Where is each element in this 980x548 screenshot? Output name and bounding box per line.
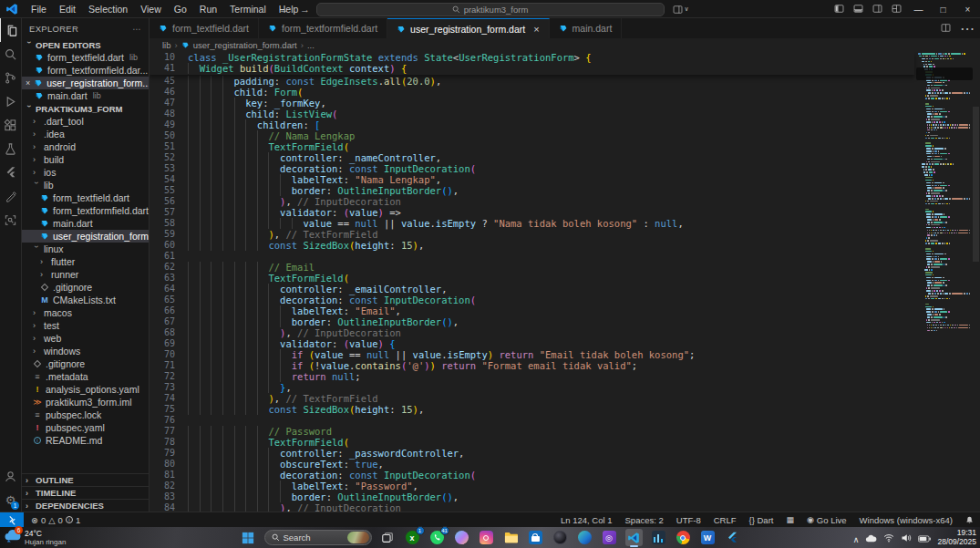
toggle-secondary-sidebar-icon[interactable] [868,4,887,16]
taskbar-chrome-icon[interactable] [675,529,692,546]
source-control-icon[interactable] [0,66,21,89]
code-line[interactable]: 75const SizedBox(height: 15), [150,404,914,415]
code-line[interactable]: 52controller: _nameController, [150,152,914,163]
search-icon[interactable] [0,42,21,66]
tree-item-pubspec.lock[interactable]: ≡pubspec.lock [22,408,149,421]
tree-item-macos[interactable]: ›macos [22,306,149,319]
code-line[interactable]: 78TextFormField( [150,437,914,448]
code-line[interactable]: 80obscureText: true, [150,459,914,470]
tree-item-ios[interactable]: ›ios [22,166,149,179]
command-center-search[interactable]: praktikum3_form [316,3,665,16]
code-line[interactable]: 77// Password [150,426,914,437]
taskbar-task-view-icon[interactable] [379,529,397,546]
tab-main.dart[interactable]: main.dart [550,18,623,38]
taskbar-xbox-icon[interactable]: x1 [404,529,421,546]
code-line[interactable]: 48child: ListView( [150,109,914,119]
tree-item-CMakeLists.txt[interactable]: MCMakeLists.txt [22,294,149,306]
taskbar-word-icon[interactable]: W [699,529,717,546]
tray-onedrive-icon[interactable] [865,530,877,546]
code-line[interactable]: 57validator: (value) => [150,207,914,218]
tree-item-user_registration_form.dart[interactable]: user_registration_form.dart [22,230,149,243]
tree-item-linux[interactable]: ›linux [22,243,149,255]
taskbar-copilot-icon[interactable] [453,529,470,546]
toggle-sidebar-icon[interactable] [830,4,849,16]
code-line[interactable]: 55border: OutlineInputBorder(), [150,185,914,196]
tree-item-main.dart[interactable]: main.dart [22,217,149,230]
menu-selection[interactable]: Selection [82,4,134,15]
close-icon[interactable]: × [533,24,539,35]
code-line[interactable]: 62// Email [150,262,914,273]
testing-icon[interactable] [0,137,21,160]
code-line[interactable]: 84), // InputDecoration [150,502,914,512]
weather-widget[interactable]: 6 24°C Hujan ringan [4,529,66,546]
taskbar-task-manager-icon[interactable] [650,529,667,546]
open-editor-form_textformfield.dar...[interactable]: form_textformfield.dar... [22,64,149,77]
tray-clock[interactable]: 19:3128/09/2025 [937,529,976,546]
code-line[interactable]: 41Widget build(BuildContext context) { [150,63,914,74]
explorer-icon[interactable] [0,18,21,42]
minimap[interactable] [918,53,971,512]
tray-wifi-icon[interactable] [883,530,894,546]
panel-dependencies[interactable]: ›DEPENDENCIES [22,499,149,512]
tray-volume-icon[interactable] [901,530,912,546]
code-line[interactable]: 49children: [ [150,119,914,130]
panel-timeline[interactable]: ›TIMELINE [22,486,149,499]
code-line[interactable]: 61 [150,251,914,262]
code-line[interactable]: 66labelText: "Email", [150,305,914,316]
code-line[interactable]: 79controller: _passwordController, [150,448,914,459]
status-crlf[interactable]: CRLF [707,515,743,525]
menu-edit[interactable]: Edit [53,4,82,15]
code-line[interactable]: 70if (value == null || value.isEmpty) re… [150,349,914,360]
maximize-button[interactable]: □ [931,0,955,18]
breadcrumb-item[interactable]: user_registration_form.dart [193,40,297,50]
remote-indicator[interactable] [0,512,24,527]
tree-item-form_textfield.dart[interactable]: form_textfield.dart [22,191,149,204]
problems-indicator[interactable]: ⊗0 △0 i1 [24,515,88,525]
toggle-panel-icon[interactable] [849,4,868,16]
tab-user_registration_form.dart[interactable]: user_registration_form.dart× [387,18,550,38]
menu-go[interactable]: Go [168,4,193,15]
taskbar-purple-app-icon[interactable]: ◎ [601,529,618,546]
code-line[interactable]: 54labelText: "Nama Lengkap", [150,174,914,185]
close-button[interactable]: × [955,0,980,18]
minimize-button[interactable]: — [906,0,931,18]
code-line[interactable]: 65decoration: const InputDecoration( [150,295,914,305]
breadcrumb-item[interactable]: ... [307,40,315,50]
status-windows-windows-x64-[interactable]: Windows (windows-x64) [853,515,959,525]
more-actions-icon[interactable]: ⋯ [960,20,975,37]
taskbar-start-icon[interactable] [240,529,257,546]
tab-form_textformfield.dart[interactable]: form_textformfield.dart [259,18,387,38]
code-line[interactable]: 68), // InputDecoration [150,327,914,338]
code-line[interactable]: 59), // TextFormField [150,229,914,240]
extensions-icon[interactable] [0,113,21,137]
menu-view[interactable]: View [134,4,168,15]
tray-battery-icon[interactable] [918,530,931,546]
code-line[interactable]: 46child: Form( [150,87,914,98]
status-bell[interactable] [959,516,980,524]
account-icon[interactable] [0,464,21,488]
code-line[interactable]: 63TextFormField( [150,273,914,284]
tree-item-test[interactable]: ›test [22,319,149,332]
taskbar-whatsapp-icon[interactable]: 41 [428,529,446,546]
code-line[interactable]: 64controller: _emailController, [150,284,914,295]
breadcrumb[interactable]: lib›user_registration_form.dart›... [150,38,980,52]
tree-item-analysis_options.yaml[interactable]: !analysis_options.yaml [22,383,149,396]
code-line[interactable]: 47key: _formKey, [150,98,914,109]
status-go-live[interactable]: ◉Go Live [800,515,853,525]
code-line[interactable]: 81decoration: const InputDecoration( [150,470,914,481]
flutter-outline-icon[interactable] [0,184,21,208]
open-editors-header[interactable]: › OPEN EDITORS [22,38,149,51]
tree-item-.idea[interactable]: ›.idea [22,128,149,140]
status--dart[interactable]: {} Dart [743,515,780,525]
tree-item-README.md[interactable]: iREADME.md [22,434,149,447]
tree-item-form_textformfield.dart[interactable]: form_textformfield.dart [22,204,149,217]
code-line[interactable]: 45padding: const EdgeInsets.all(20.0), [150,76,914,87]
vertical-scrollbar[interactable] [972,52,980,512]
menu-terminal[interactable]: Terminal [223,4,273,15]
tree-item-web[interactable]: ›web [22,332,149,345]
layout-dropdown-button[interactable]: ∨ [673,0,689,18]
taskbar-flutter-icon[interactable] [724,529,741,546]
open-editor-user_registration_form....[interactable]: ×user_registration_form.... [22,77,149,89]
taskbar-vscode-icon[interactable] [625,529,643,546]
tree-item-praktikum3_form.iml[interactable]: ≫praktikum3_form.iml [22,396,149,408]
